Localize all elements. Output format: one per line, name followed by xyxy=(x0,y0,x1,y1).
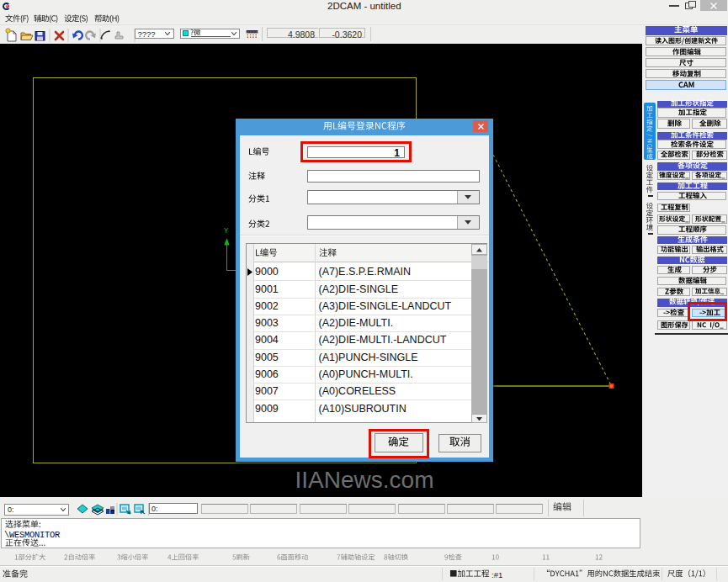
svg-text:IIANews.com: IIANews.com xyxy=(295,467,434,493)
svg-text:Y: Y xyxy=(224,227,229,235)
